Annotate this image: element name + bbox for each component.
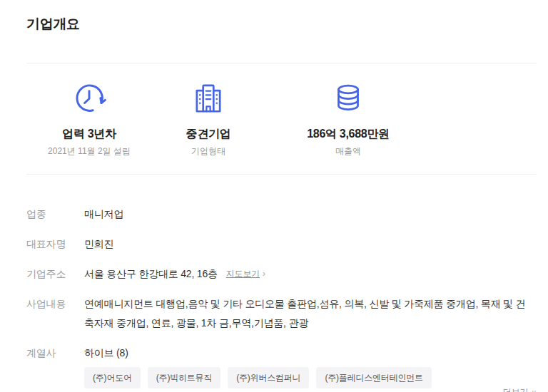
detail-row-ceo: 대표자명 민희진 [26, 234, 537, 254]
stat-card-revenue: 186억 3,688만원 매출액 [265, 81, 432, 156]
affiliates-tag-list: (주)어도어 (주)빅히트뮤직 (주)위버스컴퍼니 (주)플레디스엔터테인먼트 … [84, 367, 503, 392]
history-clock-icon [71, 81, 107, 116]
business-description-value: 연예매니지먼트 대행업,음악 및 기타 오디오물 출판업,섬유, 의복, 신발 … [84, 294, 534, 333]
chevron-down-icon: ∨ [532, 383, 537, 392]
detail-label: 대표자명 [26, 234, 84, 254]
affiliates-group-value: 하이브 (8) [84, 344, 537, 363]
chevron-right-icon: › [263, 264, 265, 284]
detail-label: 계열사 [26, 344, 84, 363]
stat-title: 중견기업 [186, 127, 231, 141]
company-details-list: 업종 매니저업 대표자명 민희진 기업주소 서울 용산구 한강대로 42, 16… [26, 175, 537, 392]
stat-card-business-age: 업력 3년차 2021년 11월 2일 설립 [26, 81, 152, 156]
detail-label: 기업주소 [26, 264, 84, 284]
detail-row-business: 사업내용 연예매니지먼트 대행업,음악 및 기타 오디오물 출판업,섬유, 의복… [26, 294, 537, 333]
stat-title: 186억 3,688만원 [307, 127, 390, 141]
affiliates-tags-row: (주)어도어 (주)빅히트뮤직 (주)위버스컴퍼니 (주)플레디스엔터테인먼트 … [84, 367, 537, 392]
revenue-coins-icon [330, 81, 366, 116]
detail-label: 사업내용 [26, 294, 84, 314]
company-overview-section: 기업개요 업력 3년차 2021년 11월 2일 설립 [0, 0, 548, 392]
view-map-link[interactable]: 지도보기 › [226, 264, 265, 284]
affiliate-tag[interactable]: (주)어도어 [84, 367, 141, 388]
show-more-label: 더보기 [503, 383, 529, 392]
detail-row-address: 기업주소 서울 용산구 한강대로 42, 16층 지도보기 › [26, 264, 537, 284]
show-more-button[interactable]: 더보기 ∨ [503, 383, 537, 392]
stat-subtitle: 2021년 11월 2일 설립 [48, 146, 131, 156]
detail-label: 업종 [26, 205, 84, 224]
company-stats-row: 업력 3년차 2021년 11월 2일 설립 중견기업 기업형태 [26, 63, 537, 156]
stat-subtitle: 매출액 [335, 146, 361, 156]
detail-row-industry: 업종 매니저업 [26, 205, 537, 224]
building-icon [191, 81, 226, 116]
ceo-value: 민희진 [84, 234, 113, 254]
affiliate-tag[interactable]: (주)빅히트뮤직 [148, 367, 220, 388]
page-title: 기업개요 [26, 14, 537, 34]
view-map-label: 지도보기 [226, 264, 260, 284]
stat-subtitle: 기업형태 [191, 146, 225, 156]
industry-value: 매니저업 [84, 205, 123, 224]
detail-row-affiliates: 계열사 하이브 (8) (주)어도어 (주)빅히트뮤직 (주)위버스컴퍼니 (주… [26, 344, 537, 392]
stat-card-company-type: 중견기업 기업형태 [152, 81, 265, 156]
address-value: 서울 용산구 한강대로 42, 16층 [84, 264, 218, 284]
affiliate-tag[interactable]: (주)위버스컴퍼니 [228, 367, 309, 388]
stat-title: 업력 3년차 [62, 127, 116, 141]
affiliate-tag[interactable]: (주)플레디스엔터테인먼트 [316, 367, 431, 388]
